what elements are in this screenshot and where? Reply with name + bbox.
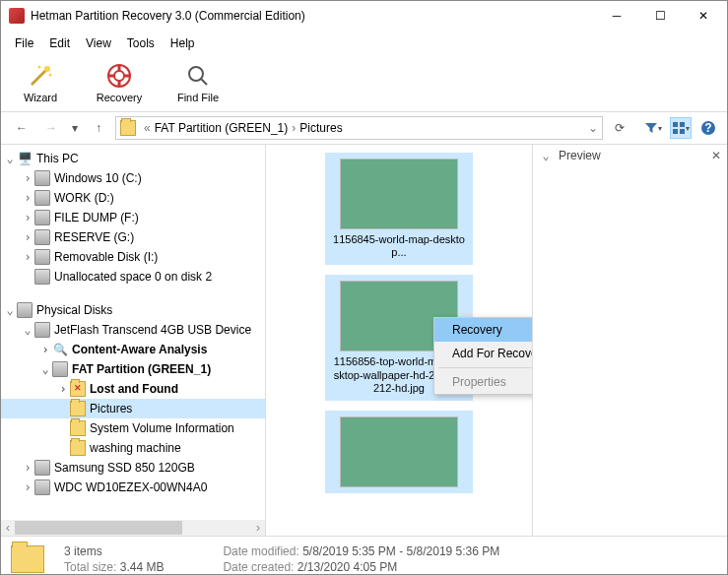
filter-button[interactable]: ▾ bbox=[642, 117, 664, 139]
nav-bar: ← → ▾ ↑ « FAT Partition (GREEN_1) › Pict… bbox=[1, 112, 727, 145]
wizard-button[interactable]: Wizard bbox=[13, 62, 68, 103]
menu-view[interactable]: View bbox=[78, 32, 119, 54]
folder-icon bbox=[11, 545, 44, 573]
tree-fat-partition[interactable]: ⌄FAT Partition (GREEN_1) bbox=[1, 359, 265, 379]
status-items: 3 items bbox=[64, 544, 164, 558]
crumb-folder[interactable]: Pictures bbox=[299, 121, 342, 135]
drive-icon bbox=[34, 190, 50, 206]
file-name: 1156845-world-map-desktop... bbox=[331, 233, 467, 259]
disk-icon bbox=[17, 302, 33, 318]
findfile-label: Find File bbox=[177, 92, 219, 103]
tree-lost-found[interactable]: ›✕Lost and Found bbox=[1, 379, 265, 399]
chevron-icon: « bbox=[144, 121, 151, 135]
tree-unallocated[interactable]: Unallocated space 0 on disk 2 bbox=[1, 267, 265, 287]
drive-icon bbox=[34, 170, 50, 186]
tree-washing[interactable]: washing machine bbox=[1, 438, 265, 458]
minimize-button[interactable]: ─ bbox=[595, 2, 638, 30]
tree-filedump[interactable]: ›FILE DUMP (F:) bbox=[1, 208, 265, 227]
forward-button[interactable]: → bbox=[38, 116, 64, 140]
tree-jetflash[interactable]: ⌄JetFlash Transcend 4GB USB Device bbox=[1, 320, 265, 340]
svg-rect-10 bbox=[673, 129, 678, 134]
tree-content-aware[interactable]: ›🔍Content-Aware Analysis bbox=[1, 340, 265, 359]
recovery-label: Recovery bbox=[97, 92, 142, 103]
svg-text:?: ? bbox=[704, 121, 711, 135]
svg-point-6 bbox=[189, 67, 203, 81]
disk-icon bbox=[34, 479, 50, 495]
drive-icon bbox=[34, 269, 50, 285]
tree-samsung[interactable]: ›Samsung SSD 850 120GB bbox=[1, 458, 265, 478]
disk-icon bbox=[34, 322, 50, 338]
lifebuoy-icon bbox=[105, 62, 133, 90]
status-bar: 3 items Total size: 3.44 MB Date modifie… bbox=[1, 536, 727, 575]
back-button[interactable]: ← bbox=[9, 116, 34, 140]
tree-this-pc[interactable]: ⌄🖥️This PC bbox=[1, 149, 265, 168]
chevron-icon: › bbox=[292, 121, 296, 135]
svg-point-5 bbox=[114, 71, 124, 81]
close-button[interactable]: ✕ bbox=[682, 2, 725, 30]
svg-point-1 bbox=[44, 66, 50, 72]
tree-physical-disks[interactable]: ⌄Physical Disks bbox=[1, 300, 265, 320]
svg-rect-8 bbox=[673, 122, 678, 127]
file-item[interactable]: 1156845-world-map-desktop... bbox=[325, 153, 473, 265]
recovery-button[interactable]: Recovery bbox=[92, 62, 147, 103]
preview-title: Preview bbox=[559, 149, 601, 162]
menu-help[interactable]: Help bbox=[163, 32, 203, 54]
address-bar[interactable]: « FAT Partition (GREEN_1) › Pictures ⌄ bbox=[115, 116, 603, 140]
tree-work[interactable]: ›WORK (D:) bbox=[1, 188, 265, 208]
wand-icon bbox=[27, 62, 54, 90]
window-title: Hetman Partition Recovery 3.0 (Commercia… bbox=[31, 9, 595, 23]
tree-sysvol[interactable]: System Volume Information bbox=[1, 418, 265, 438]
menu-file[interactable]: File bbox=[7, 32, 41, 54]
disk-icon bbox=[34, 460, 50, 476]
thumbnail-image bbox=[340, 416, 458, 487]
preview-close[interactable]: ✕ bbox=[711, 149, 721, 162]
address-dropdown[interactable]: ⌄ bbox=[588, 121, 598, 135]
history-dropdown[interactable]: ▾ bbox=[68, 116, 82, 140]
main-area: ⌄🖥️This PC ›Windows 10 (C:) ›WORK (D:) ›… bbox=[1, 145, 727, 536]
content-panel: 1156845-world-map-desktop... 1156856-top… bbox=[266, 145, 532, 536]
tree-scrollbar[interactable]: ‹› bbox=[1, 520, 265, 536]
tree-panel: ⌄🖥️This PC ›Windows 10 (C:) ›WORK (D:) ›… bbox=[1, 145, 266, 536]
date-modified-value: 5/8/2019 5:35 PM - 5/8/2019 5:36 PM bbox=[302, 544, 499, 558]
folder-icon bbox=[70, 401, 86, 416]
folder-icon bbox=[70, 420, 86, 436]
view-thumbnails-button[interactable]: ▾ bbox=[670, 117, 692, 139]
svg-point-3 bbox=[49, 74, 52, 77]
ctx-add-recovery[interactable]: Add For Recovery bbox=[434, 342, 532, 365]
svg-line-7 bbox=[201, 79, 207, 85]
svg-rect-9 bbox=[680, 122, 685, 127]
ctx-properties[interactable]: PropertiesAlt+Enter bbox=[434, 370, 532, 394]
folder-icon bbox=[70, 440, 86, 456]
svg-rect-11 bbox=[680, 129, 685, 134]
preview-panel: ⌄ Preview ✕ bbox=[532, 145, 727, 536]
up-button[interactable]: ↑ bbox=[86, 116, 111, 140]
pc-icon: 🖥️ bbox=[17, 151, 33, 166]
crumb-partition[interactable]: FAT Partition (GREEN_1) bbox=[155, 121, 289, 135]
total-size-value: 3.44 MB bbox=[120, 560, 165, 574]
tree-pictures[interactable]: Pictures bbox=[1, 399, 265, 418]
tree-reserve[interactable]: ›RESERVE (G:) bbox=[1, 227, 265, 247]
toolbar: Wizard Recovery Find File bbox=[1, 56, 727, 112]
refresh-button[interactable]: ⟳ bbox=[607, 116, 632, 140]
preview-collapse[interactable]: ⌄ bbox=[539, 149, 553, 162]
thumbnail-image bbox=[340, 159, 458, 229]
tree-windows10[interactable]: ›Windows 10 (C:) bbox=[1, 168, 265, 188]
menu-bar: File Edit View Tools Help bbox=[1, 31, 727, 56]
maximize-button[interactable]: ☐ bbox=[638, 2, 682, 30]
tree-wdc[interactable]: ›WDC WD10EZEX-00WN4A0 bbox=[1, 478, 265, 497]
help-button[interactable]: ? bbox=[697, 117, 719, 139]
file-item[interactable] bbox=[325, 411, 473, 493]
total-size-label: Total size: bbox=[64, 560, 116, 574]
menu-tools[interactable]: Tools bbox=[119, 32, 163, 54]
ctx-recovery[interactable]: RecoveryCtrl+R bbox=[434, 318, 532, 342]
menu-edit[interactable]: Edit bbox=[41, 32, 78, 54]
svg-line-0 bbox=[32, 69, 47, 85]
context-menu: RecoveryCtrl+R Add For Recovery Properti… bbox=[433, 317, 532, 395]
analysis-icon: 🔍 bbox=[52, 342, 68, 357]
tree-removable[interactable]: ›Removable Disk (I:) bbox=[1, 247, 265, 267]
drive-icon bbox=[34, 249, 50, 265]
partition-icon bbox=[52, 361, 68, 377]
findfile-button[interactable]: Find File bbox=[170, 62, 226, 103]
search-icon bbox=[184, 62, 212, 90]
date-modified-label: Date modified: bbox=[223, 544, 298, 558]
